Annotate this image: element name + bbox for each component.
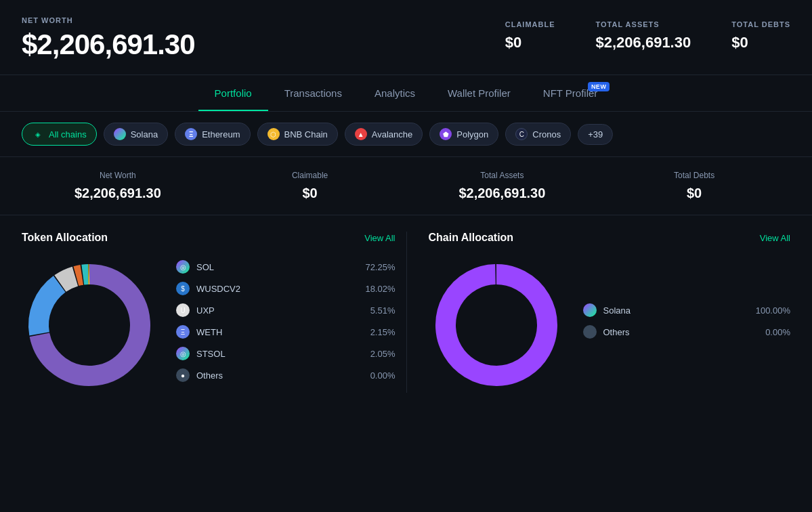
legend-name: SOL: [196, 262, 351, 272]
bnb-icon: ⬡: [268, 128, 280, 140]
legend-pct: 5.51%: [358, 305, 396, 316]
new-badge: NEW: [588, 82, 610, 91]
chain-allocation-title: Chain Allocation: [429, 232, 514, 244]
legend-dot: $: [176, 282, 190, 295]
token-allocation-title: Token Allocation: [22, 232, 108, 244]
net-worth-label: NET WORTH: [22, 16, 195, 24]
legend-dot: ◎: [176, 347, 190, 360]
chain-legend-item: Solana 100.00%: [583, 303, 791, 317]
legend-pct: 2.15%: [358, 327, 396, 337]
tab-wallet-profiler[interactable]: Wallet Profiler: [431, 75, 527, 111]
legend-pct: 2.05%: [358, 349, 396, 359]
chain-legend-pct: 0.00%: [753, 327, 790, 337]
legend-name: Others: [196, 370, 351, 381]
stats-card: Net Worth $2,206,691.30: [22, 171, 214, 201]
legend-pct: 72.25%: [358, 262, 396, 272]
chain-chip-ethereum[interactable]: Ξ Ethereum: [175, 123, 250, 146]
stats-card-label: Claimable: [214, 171, 406, 180]
header-stat: TOTAL DEBTS $0: [731, 20, 790, 51]
stats-card-label: Total Assets: [406, 171, 599, 180]
chain-chip-label: Cronos: [532, 129, 561, 140]
stats-card: Claimable $0: [214, 171, 406, 201]
stats-card-value: $2,206,691.30: [22, 186, 214, 201]
more-chains-chip[interactable]: +39: [578, 124, 613, 145]
tab-transactions[interactable]: Transactions: [268, 75, 358, 111]
chain-legend-name: Others: [603, 327, 747, 337]
legend-dot: ●: [176, 368, 190, 382]
token-legend-item: Ξ WETH 2.15%: [176, 325, 396, 339]
stats-card: Total Assets $2,206,691.30: [406, 171, 599, 201]
avalanche-icon: ▲: [355, 128, 367, 140]
chain-legend-dot: [583, 325, 597, 339]
tab-portfolio[interactable]: Portfolio: [198, 75, 268, 111]
chain-allocation-card: Chain Allocation View All Solana 100.00%…: [406, 232, 791, 393]
token-allocation-header: Token Allocation View All: [22, 232, 396, 244]
chain-legend: Solana 100.00% Others 0.00%: [583, 303, 791, 347]
header-stats: CLAIMABLE $0 TOTAL ASSETS $2,206,691.30 …: [505, 16, 790, 51]
header-left: NET WORTH $2,206,691.30: [22, 16, 195, 61]
chain-chip-polygon[interactable]: ⬟ Polygon: [429, 123, 498, 146]
chain-donut: [429, 257, 564, 393]
all-icon: ◈: [32, 128, 44, 140]
stats-row: Net Worth $2,206,691.30 Claimable $0 Tot…: [0, 157, 812, 215]
allocation-section: Token Allocation View All ◎ SOL 72.25% $…: [0, 215, 812, 409]
stats-card-label: Net Worth: [22, 171, 214, 180]
legend-dot: U: [176, 303, 190, 317]
chain-legend-name: Solana: [603, 305, 747, 316]
token-legend-item: ◎ SOL 72.25%: [176, 260, 396, 274]
token-chart-area: ◎ SOL 72.25% $ WUSDCV2 18.02% U UXP 5.51…: [22, 257, 396, 393]
header: NET WORTH $2,206,691.30 CLAIMABLE $0 TOT…: [0, 0, 812, 75]
chain-legend-item: Others 0.00%: [583, 325, 791, 339]
chain-chip-avalanche[interactable]: ▲ Avalanche: [345, 123, 423, 146]
token-legend-item: ● Others 0.00%: [176, 368, 396, 382]
stats-card-label: Total Debts: [598, 171, 790, 180]
stat-value: $0: [731, 34, 790, 51]
legend-name: WUSDCV2: [196, 284, 351, 294]
legend-pct: 0.00%: [358, 370, 396, 381]
chain-chip-cronos[interactable]: C Cronos: [505, 123, 571, 146]
net-worth-value: $2,206,691.30: [22, 28, 195, 61]
chain-chip-all[interactable]: ◈ All chains: [22, 123, 97, 146]
ethereum-icon: Ξ: [185, 128, 197, 140]
stats-card-value: $0: [598, 186, 790, 201]
legend-dot: ◎: [176, 260, 190, 274]
nav-tabs: PortfolioTransactionsAnalyticsWallet Pro…: [0, 75, 812, 112]
polygon-icon: ⬟: [440, 128, 452, 140]
stat-label: CLAIMABLE: [505, 20, 555, 28]
token-allocation-card: Token Allocation View All ◎ SOL 72.25% $…: [22, 232, 406, 393]
chain-chip-label: Avalanche: [372, 129, 412, 140]
stats-card: Total Debts $0: [598, 171, 790, 201]
legend-name: UXP: [196, 305, 351, 316]
stats-card-value: $2,206,691.30: [406, 186, 599, 201]
chain-chip-label: BNB Chain: [284, 129, 328, 140]
legend-name: STSOL: [196, 349, 351, 359]
cronos-icon: C: [515, 128, 528, 140]
token-legend-item: U UXP 5.51%: [176, 303, 396, 317]
chain-chip-label: Ethereum: [202, 129, 240, 140]
stats-card-value: $0: [214, 186, 406, 201]
chain-chip-label: All chains: [49, 129, 87, 140]
token-legend-item: $ WUSDCV2 18.02%: [176, 282, 396, 295]
token-donut: [22, 257, 157, 393]
header-stat: TOTAL ASSETS $2,206,691.30: [596, 20, 691, 51]
stat-value: $2,206,691.30: [596, 34, 691, 51]
stat-label: TOTAL ASSETS: [596, 20, 691, 28]
tab-analytics[interactable]: Analytics: [358, 75, 431, 111]
tab-nft-profiler[interactable]: NFT ProfilerNEW: [527, 75, 614, 111]
stat-label: TOTAL DEBTS: [731, 20, 790, 28]
solana-icon: [114, 128, 126, 140]
chain-legend-pct: 100.00%: [753, 305, 790, 316]
legend-dot: Ξ: [176, 325, 190, 339]
chain-chip-solana[interactable]: Solana: [104, 123, 168, 146]
chain-filter: ◈ All chains Solana Ξ Ethereum ⬡ BNB Cha…: [0, 112, 812, 157]
chain-chip-label: Solana: [131, 129, 158, 140]
token-legend-item: ◎ STSOL 2.05%: [176, 347, 396, 360]
chain-chip-bnb[interactable]: ⬡ BNB Chain: [257, 123, 338, 146]
legend-name: WETH: [196, 327, 351, 337]
chain-legend-dot: [583, 303, 597, 317]
token-allocation-view-all[interactable]: View All: [364, 233, 395, 243]
chain-allocation-header: Chain Allocation View All: [429, 232, 791, 244]
chain-chart-area: Solana 100.00% Others 0.00%: [429, 257, 791, 393]
chain-chip-label: Polygon: [456, 129, 488, 140]
chain-allocation-view-all[interactable]: View All: [760, 233, 790, 243]
